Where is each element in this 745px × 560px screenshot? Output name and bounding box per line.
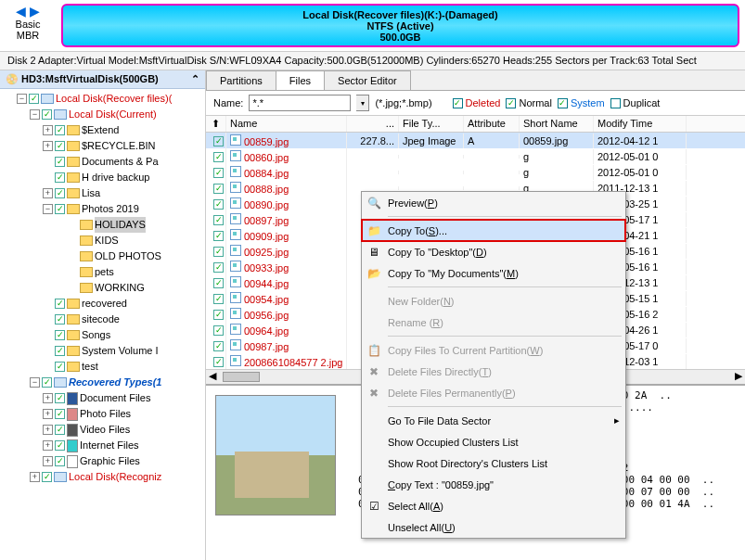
context-menu: 🔍Preview(P) 📁Copy To(S)... 🖥Copy To "Des…	[361, 191, 626, 539]
tree-item[interactable]: ✓Documents & Pa	[4, 154, 205, 170]
file-row[interactable]: ✓ 00859.jpg 227.8... Jpeg Image A 00859.…	[206, 133, 745, 148]
menu-copy-current: 📋Copy Files To Current Partition(W)	[362, 339, 625, 361]
disk-info: Disk 2 Adapter:Virtual Model:MsftVirtual…	[0, 52, 745, 70]
menu-occupied-clusters[interactable]: Show Occupied Clusters List	[362, 431, 625, 452]
tree-item[interactable]: WORKING	[4, 280, 205, 296]
tree-item[interactable]: +✓Internet Files	[4, 438, 205, 453]
ext-label: (*.jpg;*.bmp)	[375, 97, 431, 108]
menu-copy-text[interactable]: Copy Text : "00859.jpg"	[362, 474, 625, 495]
menu-rename: Rename (R)	[362, 312, 625, 333]
nav-arrows[interactable]: ◀ ▶	[0, 4, 56, 19]
name-label: Name:	[213, 97, 243, 108]
tree-item[interactable]: pets	[4, 264, 205, 280]
tree-item[interactable]: +✓$RECYCLE.BIN	[4, 138, 205, 154]
tree-item[interactable]: +✓Video Files	[4, 422, 205, 438]
tree-item[interactable]: +✓Document Files	[4, 390, 205, 406]
tree-item[interactable]: −✓Recovered Types(1	[4, 375, 205, 390]
menu-unselect-all[interactable]: Unselect All(U)	[362, 516, 625, 538]
partition-bar[interactable]: Local Disk(Recover files)(K:)-(Damaged) …	[61, 4, 739, 47]
disk-mode: ◀ ▶ Basic MBR	[0, 0, 56, 51]
directory-tree: −✓Local Disk(Recover files)( −✓Local Dis…	[0, 89, 205, 487]
menu-new-folder: New Folder(N)	[362, 290, 625, 312]
tab-sector-editor[interactable]: Sector Editor	[324, 70, 411, 90]
tree-item[interactable]: +✓Local Disk(Recogniz	[4, 469, 205, 485]
name-filter-input[interactable]	[249, 95, 351, 111]
menu-delete-perm: ✖Delete Files Permanently(P)	[362, 382, 625, 403]
preview-thumbnail	[206, 386, 354, 560]
deleted-checkbox[interactable]: ✓Deleted	[453, 97, 501, 108]
menu-copy-to[interactable]: 📁Copy To(S)...	[362, 220, 625, 241]
menu-copy-mydocs[interactable]: 📂Copy To "My Documents"(M)	[362, 262, 625, 284]
tree-item[interactable]: ✓test	[4, 359, 205, 375]
tree-item[interactable]: −✓Photos 2019	[4, 201, 205, 217]
menu-copy-desktop[interactable]: 🖥Copy To "Desktop"(D)	[362, 241, 625, 262]
menu-goto-sector[interactable]: Go To File Data Sector▸	[362, 410, 625, 431]
tab-files[interactable]: Files	[276, 70, 325, 90]
tree-item[interactable]: +✓Graphic Files	[4, 453, 205, 469]
tab-partitions[interactable]: Partitions	[206, 70, 276, 90]
tree-item[interactable]: +✓Photo Files	[4, 406, 205, 422]
menu-preview[interactable]: 🔍Preview(P)	[362, 192, 625, 213]
tree-item[interactable]: +✓Lisa	[4, 185, 205, 201]
dropdown-icon[interactable]: ▾	[356, 95, 369, 111]
tree-item[interactable]: ✓sitecode	[4, 312, 205, 327]
menu-delete-direct: ✖Delete Files Directly(T)	[362, 361, 625, 382]
system-checkbox[interactable]: ✓System	[558, 97, 605, 108]
tree-item[interactable]: ✓H drive backup	[4, 170, 205, 185]
tabs: Partitions Files Sector Editor	[206, 70, 745, 91]
menu-root-clusters[interactable]: Show Root Directory's Clusters List	[362, 452, 625, 474]
file-list-header[interactable]: ⬆ Name ... File Ty... Attribute Short Na…	[206, 116, 745, 133]
tree-item[interactable]: ✓recovered	[4, 296, 205, 312]
tree-item[interactable]: OLD PHOTOS	[4, 248, 205, 264]
tree-item[interactable]: −✓Local Disk(Recover files)(	[4, 91, 205, 107]
menu-select-all[interactable]: ☑Select All(A)	[362, 495, 625, 516]
tree-item[interactable]: +✓$Extend	[4, 122, 205, 138]
tree-item-selected[interactable]: HOLIDAYS	[4, 217, 205, 233]
tree-item[interactable]: KIDS	[4, 233, 205, 248]
file-row[interactable]: ✓ 00860.jpg g 2012-05-01 0	[206, 148, 745, 164]
file-row[interactable]: ✓ 00884.jpg g 2012-05-01 0	[206, 164, 745, 180]
tree-item[interactable]: ✓System Volume I	[4, 343, 205, 359]
tree-item[interactable]: ✓Songs	[4, 327, 205, 343]
tree-header[interactable]: 📀 HD3:MsftVirtualDisk(500GB)⌃	[0, 70, 205, 89]
normal-checkbox[interactable]: ✓Normal	[506, 97, 551, 108]
tree-item[interactable]: −✓Local Disk(Current)	[4, 107, 205, 122]
duplicate-checkbox[interactable]: Duplicat	[610, 97, 661, 108]
